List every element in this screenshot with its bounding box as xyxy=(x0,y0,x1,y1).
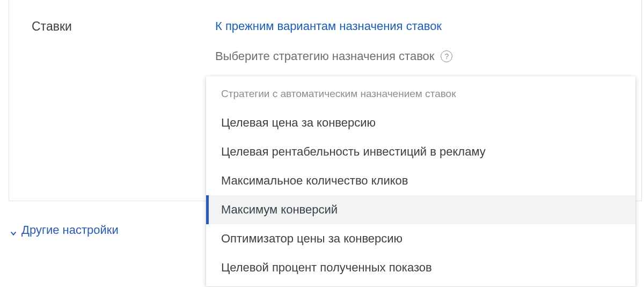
strategy-dropdown[interactable]: Стратегии с автоматическим назначением с… xyxy=(206,76,635,286)
dropdown-item-target-cpa[interactable]: Целевая цена за конверсию xyxy=(206,108,635,137)
dropdown-item-max-conversions[interactable]: Максимум конверсий xyxy=(206,195,635,224)
dropdown-group-label: Стратегии с автоматическим назначением с… xyxy=(206,88,635,108)
section-label: Ставки xyxy=(32,19,72,34)
dropdown-item-target-impression-share[interactable]: Целевой процент полученных показов xyxy=(206,253,635,282)
strategy-prompt-text: Выберите стратегию назначения ставок xyxy=(215,49,434,63)
dropdown-item-enhanced-cpc[interactable]: Оптимизатор цены за конверсию xyxy=(206,224,635,253)
more-settings-toggle[interactable]: Другие настройки xyxy=(10,223,119,237)
strategy-prompt-row: Выберите стратегию назначения ставок ? xyxy=(215,49,452,63)
chevron-down-icon xyxy=(10,226,17,234)
dropdown-item-max-clicks[interactable]: Максимальное количество кликов xyxy=(206,166,635,195)
previous-options-link[interactable]: К прежним вариантам назначения ставок xyxy=(215,19,442,33)
dropdown-item-target-roas[interactable]: Целевая рентабельность инвестиций в рекл… xyxy=(206,137,635,166)
help-icon[interactable]: ? xyxy=(441,50,452,62)
more-settings-label: Другие настройки xyxy=(21,223,119,237)
